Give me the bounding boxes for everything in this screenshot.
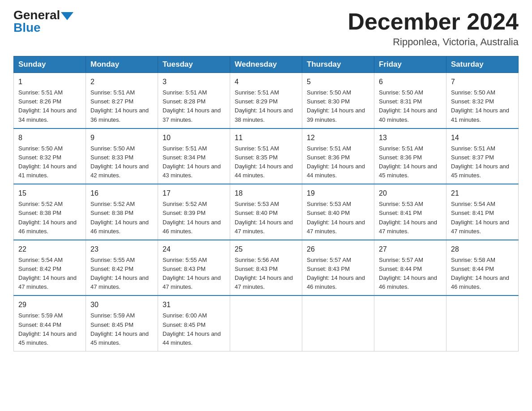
day-number: 24	[163, 244, 225, 255]
day-number: 10	[163, 133, 225, 143]
calendar-cell: 25Sunrise: 5:56 AMSunset: 8:43 PMDayligh…	[230, 240, 302, 296]
day-number: 30	[90, 300, 153, 310]
day-info: Sunrise: 5:53 AMSunset: 8:40 PMDaylight:…	[307, 201, 365, 234]
calendar-cell: 30Sunrise: 5:59 AMSunset: 8:45 PMDayligh…	[86, 295, 158, 351]
day-number: 23	[90, 244, 153, 255]
calendar-cell: 6Sunrise: 5:50 AMSunset: 8:31 PMDaylight…	[374, 73, 446, 128]
day-number: 15	[18, 188, 81, 199]
calendar-cell	[374, 295, 446, 351]
day-number: 20	[379, 188, 442, 199]
day-info: Sunrise: 5:52 AMSunset: 8:38 PMDaylight:…	[18, 201, 77, 234]
calendar-cell: 14Sunrise: 5:51 AMSunset: 8:37 PMDayligh…	[446, 128, 519, 184]
calendar-cell: 10Sunrise: 5:51 AMSunset: 8:34 PMDayligh…	[158, 128, 230, 184]
calendar-cell: 13Sunrise: 5:51 AMSunset: 8:36 PMDayligh…	[374, 128, 446, 184]
logo: General Blue	[13, 9, 73, 35]
day-number: 27	[379, 244, 442, 255]
day-info: Sunrise: 5:51 AMSunset: 8:26 PMDaylight:…	[18, 89, 77, 123]
day-info: Sunrise: 5:57 AMSunset: 8:44 PMDaylight:…	[379, 257, 437, 290]
day-info: Sunrise: 5:50 AMSunset: 8:32 PMDaylight:…	[451, 89, 509, 123]
weekday-header-sunday: Sunday	[14, 56, 86, 73]
day-number: 8	[18, 133, 81, 143]
calendar-cell: 24Sunrise: 5:55 AMSunset: 8:43 PMDayligh…	[158, 240, 230, 296]
day-number: 4	[235, 77, 297, 87]
calendar-cell: 21Sunrise: 5:54 AMSunset: 8:41 PMDayligh…	[446, 184, 519, 240]
day-info: Sunrise: 5:50 AMSunset: 8:32 PMDaylight:…	[18, 145, 77, 179]
calendar-header-row: SundayMondayTuesdayWednesdayThursdayFrid…	[14, 56, 519, 73]
calendar-table: SundayMondayTuesdayWednesdayThursdayFrid…	[13, 56, 519, 351]
day-number: 9	[90, 133, 153, 143]
day-info: Sunrise: 5:54 AMSunset: 8:41 PMDaylight:…	[451, 201, 509, 234]
day-number: 7	[451, 77, 514, 87]
weekday-header-tuesday: Tuesday	[158, 56, 230, 73]
day-info: Sunrise: 5:58 AMSunset: 8:44 PMDaylight:…	[451, 257, 509, 290]
day-info: Sunrise: 5:54 AMSunset: 8:42 PMDaylight:…	[18, 257, 77, 290]
calendar-cell: 19Sunrise: 5:53 AMSunset: 8:40 PMDayligh…	[302, 184, 374, 240]
calendar-body: 1Sunrise: 5:51 AMSunset: 8:26 PMDaylight…	[14, 73, 519, 351]
day-info: Sunrise: 5:52 AMSunset: 8:38 PMDaylight:…	[90, 201, 149, 234]
day-info: Sunrise: 5:51 AMSunset: 8:37 PMDaylight:…	[451, 145, 509, 179]
calendar-week-row: 29Sunrise: 5:59 AMSunset: 8:44 PMDayligh…	[14, 295, 519, 351]
calendar-week-row: 15Sunrise: 5:52 AMSunset: 8:38 PMDayligh…	[14, 184, 519, 240]
calendar-cell: 4Sunrise: 5:51 AMSunset: 8:29 PMDaylight…	[230, 73, 302, 128]
logo-general-text: General	[13, 9, 60, 21]
day-info: Sunrise: 5:51 AMSunset: 8:27 PMDaylight:…	[90, 89, 149, 123]
logo-blue-text: Blue	[13, 21, 41, 35]
day-number: 22	[18, 244, 81, 255]
calendar-cell: 11Sunrise: 5:51 AMSunset: 8:35 PMDayligh…	[230, 128, 302, 184]
day-number: 11	[235, 133, 297, 143]
day-number: 25	[235, 244, 297, 255]
weekday-header-thursday: Thursday	[302, 56, 374, 73]
day-info: Sunrise: 5:53 AMSunset: 8:41 PMDaylight:…	[379, 201, 437, 234]
day-info: Sunrise: 5:51 AMSunset: 8:36 PMDaylight:…	[307, 145, 365, 179]
weekday-header-friday: Friday	[374, 56, 446, 73]
calendar-week-row: 1Sunrise: 5:51 AMSunset: 8:26 PMDaylight…	[14, 73, 519, 128]
logo-arrow-icon	[61, 12, 73, 20]
calendar-cell: 8Sunrise: 5:50 AMSunset: 8:32 PMDaylight…	[14, 128, 86, 184]
day-number: 12	[307, 133, 369, 143]
day-info: Sunrise: 5:55 AMSunset: 8:42 PMDaylight:…	[90, 257, 149, 290]
weekday-header-wednesday: Wednesday	[230, 56, 302, 73]
location-title: Ripponlea, Victoria, Australia	[348, 36, 519, 48]
calendar-cell	[230, 295, 302, 351]
calendar-cell: 29Sunrise: 5:59 AMSunset: 8:44 PMDayligh…	[14, 295, 86, 351]
title-block: December 2024 Ripponlea, Victoria, Austr…	[348, 9, 519, 48]
day-number: 21	[451, 188, 514, 199]
day-number: 13	[379, 133, 442, 143]
calendar-cell: 27Sunrise: 5:57 AMSunset: 8:44 PMDayligh…	[374, 240, 446, 296]
calendar-cell: 5Sunrise: 5:50 AMSunset: 8:30 PMDaylight…	[302, 73, 374, 128]
day-number: 3	[163, 77, 225, 87]
day-info: Sunrise: 5:51 AMSunset: 8:29 PMDaylight:…	[235, 89, 293, 123]
day-number: 5	[307, 77, 369, 87]
calendar-cell: 23Sunrise: 5:55 AMSunset: 8:42 PMDayligh…	[86, 240, 158, 296]
page-header: General Blue December 2024 Ripponlea, Vi…	[13, 9, 519, 48]
calendar-week-row: 22Sunrise: 5:54 AMSunset: 8:42 PMDayligh…	[14, 240, 519, 296]
weekday-header-saturday: Saturday	[446, 56, 519, 73]
day-info: Sunrise: 5:59 AMSunset: 8:45 PMDaylight:…	[90, 312, 149, 346]
day-number: 31	[163, 300, 225, 310]
day-info: Sunrise: 5:51 AMSunset: 8:34 PMDaylight:…	[163, 145, 221, 179]
day-info: Sunrise: 5:57 AMSunset: 8:43 PMDaylight:…	[307, 257, 365, 290]
day-info: Sunrise: 5:51 AMSunset: 8:28 PMDaylight:…	[163, 89, 221, 123]
calendar-week-row: 8Sunrise: 5:50 AMSunset: 8:32 PMDaylight…	[14, 128, 519, 184]
calendar-cell: 20Sunrise: 5:53 AMSunset: 8:41 PMDayligh…	[374, 184, 446, 240]
day-number: 19	[307, 188, 369, 199]
day-number: 18	[235, 188, 297, 199]
day-info: Sunrise: 6:00 AMSunset: 8:45 PMDaylight:…	[163, 312, 221, 346]
calendar-cell: 12Sunrise: 5:51 AMSunset: 8:36 PMDayligh…	[302, 128, 374, 184]
day-number: 28	[451, 244, 514, 255]
calendar-cell	[302, 295, 374, 351]
day-info: Sunrise: 5:50 AMSunset: 8:33 PMDaylight:…	[90, 145, 149, 179]
day-info: Sunrise: 5:51 AMSunset: 8:35 PMDaylight:…	[235, 145, 293, 179]
day-number: 14	[451, 133, 514, 143]
day-number: 17	[163, 188, 225, 199]
calendar-cell: 18Sunrise: 5:53 AMSunset: 8:40 PMDayligh…	[230, 184, 302, 240]
day-number: 29	[18, 300, 81, 310]
calendar-cell: 17Sunrise: 5:52 AMSunset: 8:39 PMDayligh…	[158, 184, 230, 240]
day-info: Sunrise: 5:55 AMSunset: 8:43 PMDaylight:…	[163, 257, 221, 290]
calendar-cell: 15Sunrise: 5:52 AMSunset: 8:38 PMDayligh…	[14, 184, 86, 240]
calendar-cell: 22Sunrise: 5:54 AMSunset: 8:42 PMDayligh…	[14, 240, 86, 296]
calendar-cell: 26Sunrise: 5:57 AMSunset: 8:43 PMDayligh…	[302, 240, 374, 296]
calendar-cell: 1Sunrise: 5:51 AMSunset: 8:26 PMDaylight…	[14, 73, 86, 128]
day-info: Sunrise: 5:50 AMSunset: 8:31 PMDaylight:…	[379, 89, 437, 123]
day-info: Sunrise: 5:53 AMSunset: 8:40 PMDaylight:…	[235, 201, 293, 234]
